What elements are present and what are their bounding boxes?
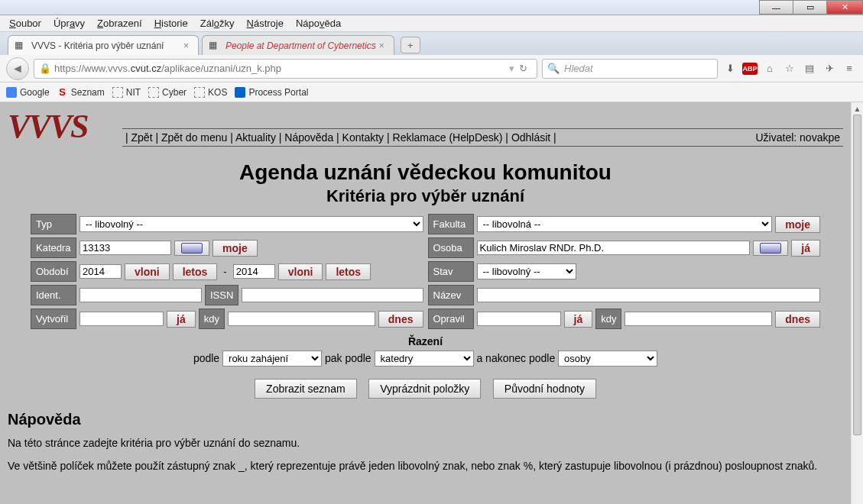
- home-icon[interactable]: ⌂: [762, 61, 777, 76]
- select-sort2[interactable]: katedry: [375, 351, 474, 367]
- reload-button[interactable]: ↻: [514, 63, 532, 74]
- button-moje-fakulta[interactable]: moje: [775, 216, 820, 233]
- button-letos-to[interactable]: letos: [326, 263, 371, 280]
- lock-icon: 🔒: [39, 63, 51, 74]
- nav-reklamace[interactable]: Reklamace (HelpDesk): [393, 131, 503, 144]
- scroll-thumb[interactable]: [853, 115, 861, 435]
- button-moje-katedra[interactable]: moje: [213, 240, 258, 257]
- button-dnes-2[interactable]: dnes: [775, 311, 820, 328]
- label-issn: ISSN: [205, 285, 238, 305]
- window-close-button[interactable]: ✕: [826, 0, 863, 15]
- menu-zobrazeni[interactable]: Zobrazení: [91, 16, 148, 31]
- search-placeholder: Hledat: [564, 63, 593, 74]
- select-sort1[interactable]: roku zahájení: [222, 351, 322, 367]
- scroll-up-arrow[interactable]: ▲: [852, 102, 863, 115]
- button-vloni-to[interactable]: vloni: [278, 263, 323, 280]
- url-bar[interactable]: 🔒 https://www.vvvs.cvut.cz/aplikace/uzna…: [34, 59, 537, 79]
- url-domain: cvut.cz: [131, 63, 161, 74]
- select-fakulta[interactable]: -- libovolná --: [477, 216, 773, 232]
- url-path: /aplikace/uznani/uzn_k.php: [161, 63, 281, 74]
- tab-close-button[interactable]: ×: [376, 40, 388, 51]
- input-ident[interactable]: [79, 288, 202, 302]
- favicon-icon: ▦: [15, 40, 27, 52]
- lookup-osoba-button[interactable]: [753, 241, 788, 256]
- nav-zpet-menu[interactable]: Zpět do menu: [161, 131, 227, 144]
- header-nav: | Zpět | Zpět do menu | Aktuality | Nápo…: [122, 128, 843, 147]
- help-title: Nápověda: [8, 411, 843, 428]
- bookmark-google[interactable]: Google: [6, 87, 50, 98]
- menu-zalozky[interactable]: Záložky: [194, 16, 241, 31]
- navigation-toolbar: ◄ 🔒 https://www.vvvs.cvut.cz/aplikace/uz…: [0, 55, 863, 82]
- input-vytvoril[interactable]: [79, 312, 164, 326]
- label-typ: Typ: [31, 214, 76, 234]
- bookmark-seznam[interactable]: SSeznam: [57, 87, 105, 98]
- dropdown-icon[interactable]: ▾: [509, 63, 514, 74]
- download-icon[interactable]: ⬇: [722, 61, 738, 76]
- google-icon: [6, 87, 17, 98]
- menu-nastroje[interactable]: Nástroje: [241, 16, 290, 31]
- select-typ[interactable]: -- libovolný --: [79, 216, 423, 232]
- label-kdy2: kdy: [595, 309, 621, 329]
- button-letos-from[interactable]: letos: [173, 263, 218, 280]
- input-katedra[interactable]: [79, 241, 171, 255]
- tab-vvvs[interactable]: ▦ VVVS - Kritéria pro výběr uznání ×: [8, 35, 199, 55]
- action-buttons: Zobrazit seznam Vyprázdnit položky Původ…: [31, 379, 820, 399]
- bookmark-cyber[interactable]: Cyber: [148, 87, 187, 98]
- window-maximize-button[interactable]: ▭: [793, 0, 827, 15]
- page-subtitle: Kritéria pro výběr uznání: [8, 186, 843, 206]
- menu-soubor[interactable]: Soubor: [3, 16, 47, 31]
- input-osoba[interactable]: [477, 241, 751, 255]
- new-tab-button[interactable]: +: [401, 37, 420, 53]
- input-obdobi-from[interactable]: [79, 264, 122, 279]
- select-stav[interactable]: -- libovolný --: [477, 263, 576, 279]
- label-vytvoril: Vytvořil: [31, 309, 76, 329]
- button-dnes-1[interactable]: dnes: [378, 311, 423, 328]
- menu-icon[interactable]: ≡: [842, 61, 857, 76]
- select-sort3[interactable]: osoby: [558, 351, 657, 367]
- search-box[interactable]: 🔍 Hledat: [542, 59, 718, 79]
- input-opravil[interactable]: [477, 312, 561, 326]
- menu-upravy[interactable]: Úpravy: [47, 16, 91, 31]
- bookmark-kos[interactable]: KOS: [194, 87, 227, 98]
- input-kdy1[interactable]: [228, 312, 375, 326]
- label-osoba: Osoba: [428, 237, 474, 258]
- button-vloni-from[interactable]: vloni: [125, 263, 170, 280]
- button-zobrazit[interactable]: Zobrazit seznam: [255, 379, 356, 399]
- button-puvodni[interactable]: Původní hodnoty: [493, 379, 596, 399]
- label-ident: Ident.: [31, 285, 76, 305]
- bookmark-star-icon[interactable]: ☆: [782, 61, 797, 76]
- nav-napoveda[interactable]: Nápověda: [284, 131, 333, 144]
- nav-kontakty[interactable]: Kontakty: [342, 131, 384, 144]
- criteria-form: Typ -- libovolný -- Fakulta -- libovolná…: [31, 214, 820, 399]
- button-ja-opravil[interactable]: já: [564, 311, 593, 328]
- tab-cybernetics[interactable]: ▦ People at Department of Cybernetics ×: [202, 35, 394, 55]
- button-ja-osoba[interactable]: já: [791, 240, 820, 257]
- back-button[interactable]: ◄: [6, 57, 29, 80]
- menu-napoveda[interactable]: Nápověda: [290, 16, 347, 31]
- bookmarks-bar: Google SSeznam NIT Cyber KOS Process Por…: [0, 82, 863, 102]
- nav-aktuality[interactable]: Aktuality: [235, 131, 276, 144]
- window-minimize-button[interactable]: —: [759, 0, 793, 15]
- vertical-scrollbar[interactable]: ▲: [851, 102, 863, 504]
- input-nazev[interactable]: [477, 288, 821, 302]
- menu-historie[interactable]: Historie: [148, 16, 194, 31]
- nav-zpet[interactable]: Zpět: [131, 131, 153, 144]
- sort-label-1: podle: [193, 352, 219, 364]
- send-icon[interactable]: ✈: [822, 61, 837, 76]
- input-issn[interactable]: [242, 288, 423, 302]
- abp-icon[interactable]: ABP: [742, 63, 758, 75]
- lookup-katedra-button[interactable]: [174, 241, 209, 256]
- list-icon[interactable]: ▤: [802, 61, 817, 76]
- bookmark-nit[interactable]: NIT: [112, 87, 141, 98]
- button-ja-vytvoril[interactable]: já: [167, 311, 196, 328]
- button-vyprazdnit[interactable]: Vyprázdnit položky: [368, 379, 481, 399]
- input-kdy2[interactable]: [625, 312, 772, 326]
- nav-links: | Zpět | Zpět do menu | Aktuality | Nápo…: [125, 131, 556, 144]
- search-icon: 🔍: [547, 63, 560, 74]
- label-stav: Stav: [428, 261, 474, 282]
- bookmark-process-portal[interactable]: Process Portal: [235, 87, 308, 98]
- input-obdobi-to[interactable]: [233, 264, 275, 279]
- label-obdobi: Období: [31, 261, 76, 282]
- nav-odhlasit[interactable]: Odhlásit: [511, 131, 550, 144]
- tab-close-button[interactable]: ×: [180, 40, 192, 51]
